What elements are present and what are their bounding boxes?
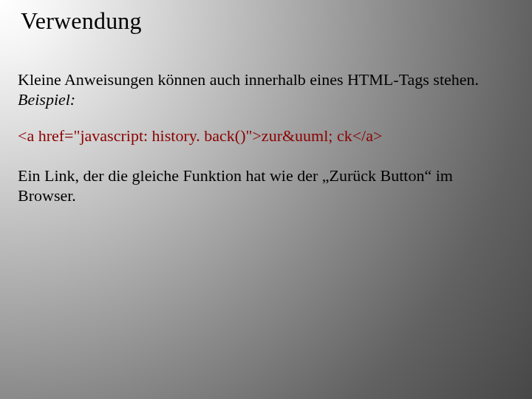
slide-title: Verwendung bbox=[21, 7, 514, 35]
slide: Verwendung Kleine Anweisungen können auc… bbox=[0, 0, 532, 399]
intro-paragraph: Kleine Anweisungen können auch innerhalb… bbox=[18, 70, 514, 110]
intro-text: Kleine Anweisungen können auch innerhalb… bbox=[18, 70, 479, 89]
explanation-paragraph: Ein Link, der die gleiche Funktion hat w… bbox=[18, 166, 514, 206]
code-example: <a href="javascript: history. back()">zu… bbox=[18, 126, 514, 146]
intro-example-label: Beispiel: bbox=[18, 90, 75, 109]
